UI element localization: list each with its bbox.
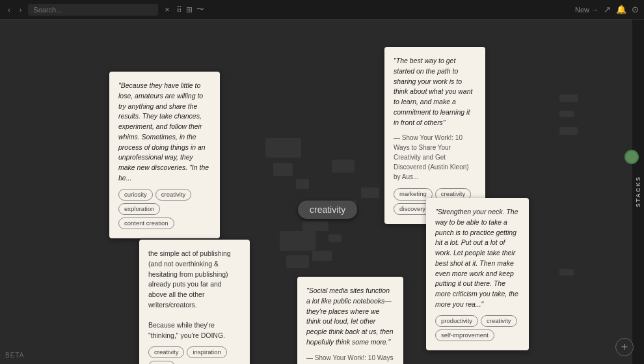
back-button[interactable]: ‹ bbox=[5, 5, 13, 15]
card1-tags: curiosity creativity exploration content… bbox=[118, 189, 211, 230]
scatter-block-6 bbox=[361, 188, 379, 198]
card-strengthen-neck: "Strengthen your neck. The way to be abl… bbox=[426, 198, 529, 350]
card-publishing: the simple act of publishing (and not ov… bbox=[139, 240, 250, 364]
scatter-block-8 bbox=[280, 231, 315, 251]
beta-label: BETA bbox=[5, 352, 24, 359]
scatter-block-11 bbox=[559, 94, 578, 102]
card4-source: — Show Your Work!: 10 Ways to Share Your… bbox=[306, 353, 394, 365]
user-icon[interactable]: ⊙ bbox=[632, 5, 639, 14]
scatter-block-10 bbox=[312, 251, 332, 261]
topbar-right: New → ↗ 🔔 ⊙ bbox=[575, 5, 639, 14]
tag-self-improvement[interactable]: self-improvement bbox=[435, 329, 494, 341]
grid-icon: ⊞ bbox=[186, 5, 193, 14]
tag-talent[interactable]: talent bbox=[148, 361, 175, 364]
stacks-panel: STACKS bbox=[632, 20, 644, 364]
search-input[interactable] bbox=[28, 4, 158, 16]
scatter-block-0 bbox=[265, 138, 301, 158]
tag-creativity5[interactable]: creativity bbox=[481, 315, 517, 327]
squiggle-icon: 〜 bbox=[196, 4, 204, 15]
card5-quote: "Strengthen your neck. The way to be abl… bbox=[435, 207, 520, 310]
scatter-block-4 bbox=[302, 221, 329, 231]
scatter-block-13 bbox=[559, 127, 578, 135]
tag-inspiration[interactable]: inspiration bbox=[187, 346, 226, 358]
card-social-media: "Social media sites function a lot like … bbox=[297, 277, 403, 364]
tag-creativity3[interactable]: creativity bbox=[148, 346, 184, 358]
topbar: ‹ › × ⠿ ⊞ 〜 New → ↗ 🔔 ⊙ bbox=[0, 0, 644, 20]
scatter-block-1 bbox=[273, 163, 293, 176]
card4-quote: "Social media sites function a lot like … bbox=[306, 286, 394, 348]
card5-tags: productivity creativity self-improvement bbox=[435, 315, 520, 342]
tag-curiosity[interactable]: curiosity bbox=[118, 189, 153, 201]
card-best-way-quote: "The best way to get started on the path… bbox=[384, 47, 485, 224]
scatter-block-9 bbox=[286, 255, 309, 268]
dots-icon: ⠿ bbox=[176, 5, 182, 14]
add-button[interactable]: + bbox=[615, 338, 634, 356]
card3-text: the simple act of publishing (and not ov… bbox=[148, 249, 241, 341]
search-close-button[interactable]: × bbox=[162, 3, 172, 16]
bell-icon[interactable]: 🔔 bbox=[616, 5, 626, 14]
tag-productivity[interactable]: productivity bbox=[435, 315, 478, 327]
scatter-block-3 bbox=[332, 160, 355, 173]
tag-creativity[interactable]: creativity bbox=[155, 189, 191, 201]
stacks-circle[interactable] bbox=[624, 150, 639, 164]
new-button[interactable]: New → bbox=[575, 6, 598, 14]
canvas: "Because they have little to lose, amate… bbox=[0, 20, 644, 364]
share-icon[interactable]: ↗ bbox=[604, 5, 611, 14]
scatter-block-5 bbox=[329, 234, 342, 242]
tag-exploration[interactable]: exploration bbox=[118, 203, 160, 215]
forward-button[interactable]: › bbox=[17, 5, 25, 15]
card1-quote: "Because they have little to lose, amate… bbox=[118, 81, 211, 184]
stacks-label: STACKS bbox=[635, 176, 641, 207]
card2-source: — Show Your Work!: 10 Ways to Share Your… bbox=[394, 133, 476, 182]
topbar-left: ‹ › × ⠿ ⊞ 〜 bbox=[5, 3, 575, 16]
card2-quote: "The best way to get started on the path… bbox=[394, 56, 476, 128]
card-amateur-quote: "Because they have little to lose, amate… bbox=[109, 72, 220, 238]
tag-content-creation[interactable]: content creation bbox=[118, 217, 174, 229]
scatter-block-12 bbox=[559, 111, 574, 117]
card3-tags: creativity inspiration talent bbox=[148, 346, 241, 364]
scatter-block-2 bbox=[296, 179, 309, 189]
scatter-block-14 bbox=[559, 269, 574, 275]
creativity-node[interactable]: creativity bbox=[298, 201, 357, 219]
